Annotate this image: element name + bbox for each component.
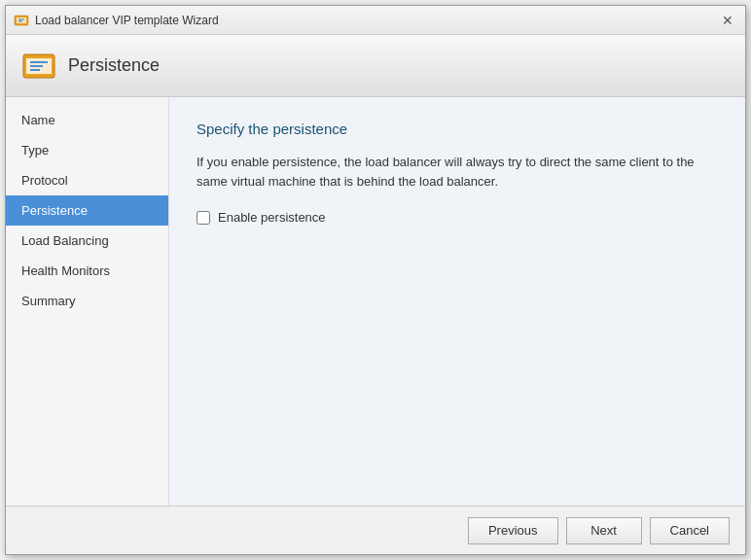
window-icon [14,13,29,28]
main-content: Specify the persistence If you enable pe… [169,97,745,506]
header-bar: Persistence [6,35,745,97]
enable-persistence-label[interactable]: Enable persistence [218,210,326,225]
header-icon [21,49,56,84]
description-text: If you enable persistence, the load bala… [197,153,702,191]
sidebar-item-protocol[interactable]: Protocol [6,165,168,195]
enable-persistence-row: Enable persistence [197,210,718,225]
header-title: Persistence [68,55,160,76]
window-title: Load balancer VIP template Wizard [35,14,219,27]
content-area: Name Type Protocol Persistence Load Bala… [6,97,745,506]
next-button[interactable]: Next [566,517,642,544]
svg-rect-1 [17,18,26,23]
enable-persistence-checkbox[interactable] [197,211,210,225]
cancel-button[interactable]: Cancel [650,517,730,544]
sidebar: Name Type Protocol Persistence Load Bala… [6,97,169,506]
title-bar: Load balancer VIP template Wizard ✕ [6,6,745,35]
sidebar-item-type[interactable]: Type [6,135,168,165]
close-button[interactable]: ✕ [718,11,737,30]
section-title: Specify the persistence [197,121,718,137]
sidebar-item-summary[interactable]: Summary [6,286,168,316]
previous-button[interactable]: Previous [468,517,558,544]
wizard-window: Load balancer VIP template Wizard ✕ Pers… [5,5,746,555]
sidebar-item-name[interactable]: Name [6,105,168,135]
sidebar-item-load-balancing[interactable]: Load Balancing [6,226,168,256]
footer: Previous Next Cancel [6,506,745,554]
title-bar-left: Load balancer VIP template Wizard [14,13,219,28]
sidebar-item-persistence[interactable]: Persistence [6,195,168,226]
sidebar-item-health-monitors[interactable]: Health Monitors [6,256,168,286]
